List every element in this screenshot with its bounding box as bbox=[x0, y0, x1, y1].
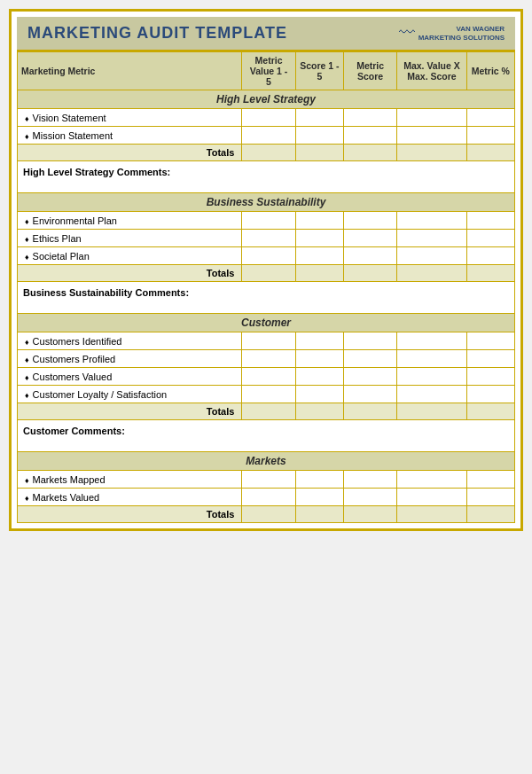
col-header-max: Max. Value X Max. Score bbox=[397, 52, 466, 90]
input-cell-3-1-4[interactable] bbox=[397, 489, 466, 506]
page-title: MARKETING AUDIT TEMPLATE bbox=[27, 24, 287, 43]
totals-cell-customer-5[interactable] bbox=[466, 403, 514, 420]
input-cell-3-0-4[interactable] bbox=[397, 471, 466, 489]
section-title-business-sustainability: Business Sustainability bbox=[18, 193, 515, 212]
input-cell-3-0-3[interactable] bbox=[343, 471, 396, 489]
totals-cell-business-sustainability-4[interactable] bbox=[397, 265, 466, 282]
input-cell-2-3-3[interactable] bbox=[343, 386, 396, 403]
input-cell-1-2-1[interactable] bbox=[242, 247, 295, 265]
totals-cell-high-level-strategy-1[interactable] bbox=[242, 145, 295, 161]
item-label-1-1: ♦Ethics Plan bbox=[18, 230, 242, 247]
input-cell-2-0-3[interactable] bbox=[343, 332, 396, 350]
input-cell-1-0-5[interactable] bbox=[466, 212, 514, 230]
bullet-icon: ♦ bbox=[25, 391, 29, 400]
input-cell-1-1-2[interactable] bbox=[295, 230, 343, 247]
input-cell-0-1-2[interactable] bbox=[295, 127, 343, 145]
input-cell-2-2-1[interactable] bbox=[242, 368, 295, 386]
item-label-2-2: ♦Customers Valued bbox=[18, 368, 242, 386]
logo-area: 〰 VAN WAGNER MARKETING SOLUTIONS bbox=[399, 24, 505, 43]
input-cell-0-1-4[interactable] bbox=[397, 127, 466, 145]
input-cell-3-0-5[interactable] bbox=[466, 471, 514, 489]
totals-cell-markets-3[interactable] bbox=[343, 506, 396, 523]
totals-cell-high-level-strategy-5[interactable] bbox=[466, 145, 514, 161]
bullet-icon: ♦ bbox=[25, 373, 29, 382]
input-cell-2-3-2[interactable] bbox=[295, 386, 343, 403]
input-cell-2-2-2[interactable] bbox=[295, 368, 343, 386]
comments-label-business-sustainability: Business Sustainability Comments: bbox=[18, 282, 515, 314]
totals-cell-high-level-strategy-4[interactable] bbox=[397, 145, 466, 161]
input-cell-1-2-3[interactable] bbox=[343, 247, 396, 265]
input-cell-2-0-4[interactable] bbox=[397, 332, 466, 350]
input-cell-3-0-1[interactable] bbox=[242, 471, 295, 489]
totals-cell-markets-4[interactable] bbox=[397, 506, 466, 523]
totals-label-high-level-strategy: Totals bbox=[18, 145, 242, 161]
logo-line2: MARKETING SOLUTIONS bbox=[419, 34, 505, 43]
input-cell-0-0-1[interactable] bbox=[242, 109, 295, 127]
input-cell-1-0-4[interactable] bbox=[397, 212, 466, 230]
input-cell-0-1-3[interactable] bbox=[343, 127, 396, 145]
input-cell-2-3-4[interactable] bbox=[397, 386, 466, 403]
input-cell-2-0-1[interactable] bbox=[242, 332, 295, 350]
input-cell-3-1-1[interactable] bbox=[242, 489, 295, 506]
totals-cell-customer-3[interactable] bbox=[343, 403, 396, 420]
input-cell-3-1-3[interactable] bbox=[343, 489, 396, 506]
input-cell-0-0-5[interactable] bbox=[466, 109, 514, 127]
input-cell-1-2-4[interactable] bbox=[397, 247, 466, 265]
totals-cell-business-sustainability-2[interactable] bbox=[295, 265, 343, 282]
input-cell-2-0-5[interactable] bbox=[466, 332, 514, 350]
totals-cell-markets-1[interactable] bbox=[242, 506, 295, 523]
input-cell-2-1-2[interactable] bbox=[295, 350, 343, 368]
totals-cell-markets-5[interactable] bbox=[466, 506, 514, 523]
input-cell-1-1-3[interactable] bbox=[343, 230, 396, 247]
input-cell-0-0-3[interactable] bbox=[343, 109, 396, 127]
totals-cell-customer-1[interactable] bbox=[242, 403, 295, 420]
totals-cell-markets-2[interactable] bbox=[295, 506, 343, 523]
input-cell-3-0-2[interactable] bbox=[295, 471, 343, 489]
totals-cell-business-sustainability-3[interactable] bbox=[343, 265, 396, 282]
input-cell-3-1-2[interactable] bbox=[295, 489, 343, 506]
input-cell-1-1-4[interactable] bbox=[397, 230, 466, 247]
totals-cell-high-level-strategy-2[interactable] bbox=[295, 145, 343, 161]
totals-cell-high-level-strategy-3[interactable] bbox=[343, 145, 396, 161]
table-row: ♦Markets Valued bbox=[18, 489, 515, 506]
logo-line1: VAN WAGNER bbox=[419, 25, 505, 34]
totals-cell-business-sustainability-5[interactable] bbox=[466, 265, 514, 282]
totals-label-markets: Totals bbox=[18, 506, 242, 523]
input-cell-2-1-3[interactable] bbox=[343, 350, 396, 368]
section-header-business-sustainability: Business Sustainability bbox=[18, 193, 515, 212]
input-cell-1-0-3[interactable] bbox=[343, 212, 396, 230]
input-cell-2-0-2[interactable] bbox=[295, 332, 343, 350]
table-row: ♦Vision Statement bbox=[18, 109, 515, 127]
item-label-3-0: ♦Markets Mapped bbox=[18, 471, 242, 489]
input-cell-2-2-5[interactable] bbox=[466, 368, 514, 386]
input-cell-1-0-1[interactable] bbox=[242, 212, 295, 230]
input-cell-3-1-5[interactable] bbox=[466, 489, 514, 506]
input-cell-1-0-2[interactable] bbox=[295, 212, 343, 230]
bullet-icon: ♦ bbox=[25, 476, 29, 485]
input-cell-0-0-2[interactable] bbox=[295, 109, 343, 127]
totals-cell-customer-2[interactable] bbox=[295, 403, 343, 420]
input-cell-1-2-2[interactable] bbox=[295, 247, 343, 265]
input-cell-0-1-5[interactable] bbox=[466, 127, 514, 145]
bullet-icon: ♦ bbox=[25, 253, 29, 262]
section-title-customer: Customer bbox=[18, 314, 515, 332]
totals-cell-customer-4[interactable] bbox=[397, 403, 466, 420]
item-label-3-1: ♦Markets Valued bbox=[18, 489, 242, 506]
totals-cell-business-sustainability-1[interactable] bbox=[242, 265, 295, 282]
input-cell-2-1-4[interactable] bbox=[397, 350, 466, 368]
bullet-icon: ♦ bbox=[25, 132, 29, 141]
column-headers: Marketing Metric Metric Value 1 - 5 Scor… bbox=[18, 52, 515, 90]
input-cell-1-2-5[interactable] bbox=[466, 247, 514, 265]
item-label-1-0: ♦Environmental Plan bbox=[18, 212, 242, 230]
input-cell-2-2-3[interactable] bbox=[343, 368, 396, 386]
totals-label-business-sustainability: Totals bbox=[18, 265, 242, 282]
input-cell-2-1-5[interactable] bbox=[466, 350, 514, 368]
input-cell-0-1-1[interactable] bbox=[242, 127, 295, 145]
input-cell-0-0-4[interactable] bbox=[397, 109, 466, 127]
input-cell-1-1-5[interactable] bbox=[466, 230, 514, 247]
input-cell-2-3-1[interactable] bbox=[242, 386, 295, 403]
input-cell-2-3-5[interactable] bbox=[466, 386, 514, 403]
input-cell-2-1-1[interactable] bbox=[242, 350, 295, 368]
input-cell-2-2-4[interactable] bbox=[397, 368, 466, 386]
input-cell-1-1-1[interactable] bbox=[242, 230, 295, 247]
